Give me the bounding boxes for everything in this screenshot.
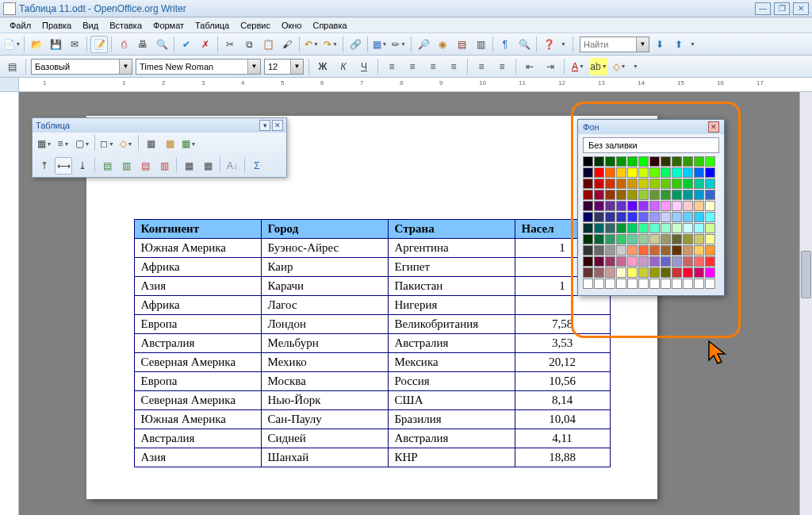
table-props-icon[interactable]: ▦	[199, 157, 216, 175]
table-cell[interactable]: Аргентина	[388, 239, 515, 258]
color-swatch[interactable]	[705, 279, 715, 289]
table-cell[interactable]: Европа	[134, 315, 261, 334]
color-swatch[interactable]	[594, 179, 604, 189]
table-cell[interactable]: Лондон	[261, 315, 388, 334]
save-button[interactable]: 💾	[47, 36, 64, 53]
font-input[interactable]	[136, 60, 247, 74]
table-cell[interactable]: 20,12	[515, 353, 610, 372]
color-swatch[interactable]	[705, 223, 715, 233]
table-cell[interactable]: Мельбурн	[261, 334, 388, 353]
table-cell[interactable]: Австралия	[134, 429, 261, 448]
color-swatch[interactable]	[705, 267, 715, 278]
color-swatch[interactable]	[638, 223, 649, 233]
table-cell[interactable]: Лагос	[261, 296, 388, 315]
color-swatch[interactable]	[583, 279, 593, 289]
color-swatch[interactable]	[705, 179, 715, 189]
color-swatch[interactable]	[583, 223, 593, 233]
color-swatch[interactable]	[638, 234, 649, 244]
help-button[interactable]: ❓	[540, 36, 557, 53]
color-swatch[interactable]	[594, 201, 604, 211]
row-top-icon[interactable]: ⤒	[36, 157, 53, 175]
table-cell[interactable]: 8,14	[515, 391, 610, 410]
color-swatch[interactable]	[705, 190, 715, 200]
color-swatch[interactable]	[672, 267, 682, 278]
table-cell[interactable]: 10,56	[515, 372, 610, 391]
color-swatch[interactable]	[627, 179, 638, 189]
color-swatch[interactable]	[616, 212, 626, 222]
table-row[interactable]: АзияКарачиПакистан1	[134, 277, 610, 296]
style-dropdown[interactable]: ▼	[119, 60, 132, 74]
menu-edit[interactable]: Правка	[37, 19, 76, 32]
color-swatch[interactable]	[672, 234, 682, 244]
increase-indent-button[interactable]: ⇥	[542, 58, 559, 75]
table-cell[interactable]: Мехико	[261, 353, 388, 372]
table-cell[interactable]: Европа	[134, 372, 261, 391]
table-row[interactable]: Северная АмерикаМехикоМексика20,12	[134, 353, 610, 372]
split-cells-icon[interactable]: ▦	[161, 135, 178, 152]
bold-button[interactable]: Ж	[314, 58, 331, 75]
table-cell[interactable]: Египет	[388, 258, 515, 277]
color-swatch[interactable]	[627, 156, 638, 167]
no-fill-button[interactable]: Без заливки	[583, 137, 719, 153]
menu-view[interactable]: Вид	[78, 19, 103, 32]
find-next-button[interactable]: ⬇	[651, 36, 668, 53]
find-replace-button[interactable]: 🔎	[415, 36, 432, 53]
color-swatch[interactable]	[616, 223, 626, 233]
color-swatch[interactable]	[672, 190, 682, 200]
color-swatch[interactable]	[683, 201, 693, 211]
table-cell[interactable]: Австралия	[134, 334, 261, 353]
color-swatch[interactable]	[594, 167, 604, 178]
table-cell[interactable]: Северная Америка	[134, 391, 261, 410]
align-justify-button[interactable]: ≡	[445, 58, 462, 75]
delete-col-icon[interactable]: ▥	[155, 157, 173, 175]
color-swatch[interactable]	[583, 190, 593, 200]
color-swatch[interactable]	[627, 167, 638, 178]
nonprinting-button[interactable]: ¶	[496, 36, 514, 53]
table-cell[interactable]: Карачи	[261, 277, 388, 296]
color-swatch[interactable]	[627, 267, 638, 278]
sort-icon[interactable]: A↓	[224, 157, 241, 175]
color-swatch[interactable]	[649, 190, 660, 200]
float-toolbar-close[interactable]: ✕	[272, 120, 283, 131]
table-row[interactable]: АвстралияМельбурнАвстралия3,53	[134, 334, 610, 353]
table-cell[interactable]: Москва	[261, 372, 388, 391]
table-row[interactable]: АфрикаЛагосНигерия	[134, 296, 610, 315]
align-center-button[interactable]: ≡	[404, 58, 421, 75]
paste-button[interactable]: 📋	[259, 36, 277, 53]
table-cell[interactable]: Северная Америка	[134, 353, 261, 372]
color-swatch[interactable]	[638, 267, 649, 278]
line-style-icon[interactable]: ≡▼	[55, 135, 72, 152]
color-swatch[interactable]	[694, 190, 704, 200]
color-swatch[interactable]	[627, 212, 638, 222]
color-swatch[interactable]	[683, 212, 693, 222]
menu-table[interactable]: Таблица	[190, 19, 234, 32]
table-cell[interactable]: 4,11	[515, 429, 610, 448]
color-swatch[interactable]	[594, 245, 604, 256]
copy-button[interactable]: ⧉	[240, 36, 258, 53]
color-swatch[interactable]	[661, 223, 671, 233]
color-swatch[interactable]	[661, 167, 671, 178]
color-swatch[interactable]	[616, 256, 626, 267]
table-cell[interactable]: Каир	[261, 258, 388, 277]
autoformat-icon[interactable]: ▦	[180, 157, 197, 175]
color-swatch[interactable]	[605, 279, 615, 289]
table-cell[interactable]: США	[388, 391, 515, 410]
color-swatch[interactable]	[661, 245, 671, 256]
underline-button[interactable]: Ч	[355, 58, 373, 75]
color-swatch[interactable]	[638, 190, 649, 200]
color-swatch[interactable]	[661, 179, 671, 189]
color-swatch[interactable]	[661, 256, 671, 267]
color-swatch[interactable]	[672, 201, 682, 211]
table-cell[interactable]: Мексика	[388, 353, 515, 372]
menu-insert[interactable]: Вставка	[105, 19, 147, 32]
color-swatch[interactable]	[672, 179, 682, 189]
color-swatch[interactable]	[594, 267, 604, 278]
color-swatch[interactable]	[594, 212, 604, 222]
color-popup-close[interactable]: ✕	[708, 121, 719, 133]
menu-help[interactable]: Справка	[308, 19, 351, 32]
color-swatch[interactable]	[705, 245, 715, 256]
color-swatch[interactable]	[638, 256, 649, 267]
table-cell[interactable]: Сидней	[261, 429, 388, 448]
color-swatch[interactable]	[616, 245, 626, 256]
table-cell[interactable]: Австралия	[388, 429, 515, 448]
